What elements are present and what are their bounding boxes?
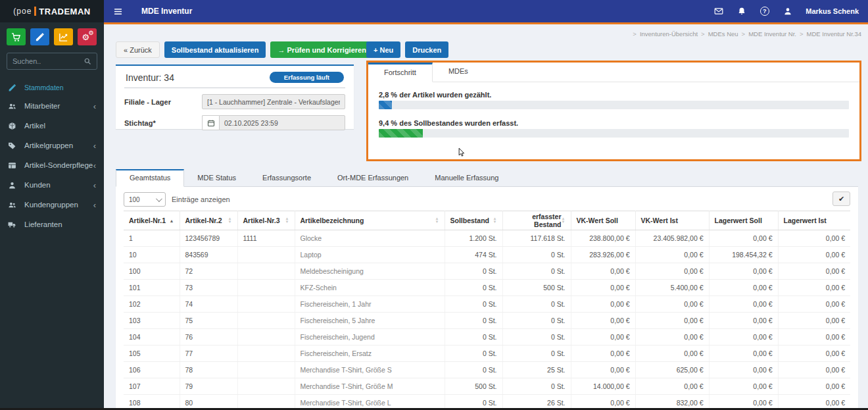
cart-button[interactable]	[7, 28, 26, 45]
column-header-label: Artikel-Nr.3	[243, 217, 280, 224]
check-correct-button[interactable]: → Prüfen und Korrigieren	[270, 41, 373, 58]
help-icon[interactable]: ?	[760, 7, 769, 16]
column-toggle-button[interactable]: ✔	[832, 192, 850, 206]
tab-fortschritt[interactable]: Fortschritt	[368, 63, 433, 82]
tab-mde-status[interactable]: MDE Status	[184, 169, 249, 186]
progress-bar-stock	[379, 129, 423, 138]
tab-ort-mde-erfassungen[interactable]: Ort-MDE Erfassungen	[324, 169, 422, 186]
user-name[interactable]: Markus Schenk	[806, 7, 859, 15]
table-cell: 1.200 St.	[445, 230, 502, 247]
table-cell: 0,00 €	[571, 329, 635, 346]
mail-icon[interactable]	[713, 7, 723, 16]
plus-icon: +	[374, 46, 377, 54]
product-icon	[8, 122, 18, 130]
tab-erfassungsorte[interactable]: Erfassungsorte	[249, 169, 324, 186]
table-row[interactable]: 11234567891111Glocke1.200 St.117.618 St.…	[124, 230, 850, 247]
table-cell: 0 St.	[445, 296, 502, 313]
back-button[interactable]: « Zurück	[116, 41, 160, 58]
tab-mdes[interactable]: MDEs	[433, 63, 484, 82]
breadcrumb-separator: >	[633, 30, 637, 38]
progress-bar-articles	[379, 101, 392, 109]
table-row[interactable]: 10274Fischereischein, 1 Jahr0 St.0 St.0,…	[124, 296, 850, 313]
logo-divider	[34, 7, 36, 16]
filiale-lager-field[interactable]	[202, 94, 345, 109]
column-header-label: Artikel-Nr.2	[185, 217, 222, 224]
table-row[interactable]: 10843569Laptop474 St.0 St.283.926,00 €0,…	[124, 247, 850, 263]
sidebar-item-mitarbeiter[interactable]: Mitarbeiter‹	[0, 96, 104, 116]
status-tabs: GeamtstatusMDE StatusErfassungsorteOrt-M…	[116, 169, 858, 187]
quick-buttons: ⚙⚙	[0, 22, 104, 51]
column-header-label: Artikelbezeichnung	[301, 217, 364, 224]
tab-geamtstatus[interactable]: Geamtstatus	[116, 169, 184, 187]
stichtag-field[interactable]	[219, 115, 345, 130]
column-header-artikel-nr-3[interactable]: Artikel-Nr.3▲▼	[237, 211, 295, 230]
table-row[interactable]: 10476Fischereischein, Jugend0 St.0 St.0,…	[124, 329, 850, 346]
page-size-select[interactable]: 100	[124, 192, 166, 207]
column-header-erfasster-bestand[interactable]: erfasster Bestand▲▼	[502, 211, 571, 230]
app-window: (poe TRADEMAN ⚙⚙ StammdatenMitarbeiter‹A…	[0, 0, 868, 410]
inventory-table: Artikel-Nr.1▲Artikel-Nr.2▲▼Artikel-Nr.3▲…	[124, 211, 850, 410]
cart-icon	[11, 32, 21, 42]
table-cell: 0,00 €	[778, 329, 850, 346]
breadcrumb-item[interactable]: Inventuren-Übersicht	[640, 30, 698, 38]
table-row[interactable]: 10678Merchandise T-Shirt, Größe S0 St.25…	[124, 362, 850, 378]
progress-panel: FortschrittMDEs 2,8 % der Artikel wurden…	[366, 61, 861, 161]
top-navbar: MDE Inventur ? Markus Schenk	[104, 0, 868, 24]
column-header-artikel-nr-2[interactable]: Artikel-Nr.2▲▼	[180, 211, 237, 230]
breadcrumb-item[interactable]: MDE Inventur Nr.34	[807, 30, 861, 38]
table-cell: 500 St.	[502, 280, 571, 296]
brand-logo[interactable]: (poe TRADEMAN	[0, 0, 104, 22]
users-icon	[8, 201, 18, 209]
table-cell	[237, 329, 295, 346]
update-stock-button[interactable]: Sollbestand aktualisieren	[164, 41, 266, 58]
breadcrumb-item[interactable]: MDE Inventur Nr.	[748, 30, 796, 38]
table-cell: 474 St.	[445, 247, 502, 263]
column-header-label: Lagerwert Ist	[784, 217, 827, 224]
table-row[interactable]: 10072Meldebescheinigung0 St.0 St.0,00 €0…	[124, 263, 850, 280]
table-cell: 0 St.	[445, 362, 502, 378]
bell-icon[interactable]	[736, 7, 746, 16]
sidebar-item-lieferanten[interactable]: Lieferanten	[0, 215, 104, 234]
column-header-artikel-nr-1[interactable]: Artikel-Nr.1▲	[124, 211, 180, 230]
sidebar-item-artikel[interactable]: Artikel	[0, 116, 104, 136]
table-row[interactable]: 10375Fischereischein, 5 Jahre0 St.0 St.0…	[124, 313, 850, 329]
column-header-sollbestand[interactable]: Sollbestand▲▼	[445, 211, 502, 230]
sidebar-item-artikelgruppen[interactable]: Artikelgruppen‹	[0, 136, 104, 155]
arrow-right-icon: →	[277, 46, 285, 54]
hamburger-menu-icon[interactable]	[104, 7, 132, 16]
column-header-label: Artikel-Nr.1	[129, 217, 166, 224]
table-row[interactable]: 10779Merchandise T-Shirt, Größe M500 St.…	[124, 378, 850, 395]
column-header-vk-wert-soll: VK-Wert Soll	[571, 211, 635, 230]
table-cell: 0 St.	[502, 313, 571, 329]
column-header-artikelbezeichnung[interactable]: Artikelbezeichnung▲▼	[295, 211, 445, 230]
tab-manuelle-erfassung[interactable]: Manuelle Erfassung	[422, 169, 512, 186]
sidebar-item-artikel-sonderpflege[interactable]: Artikel-Sonderpflege‹	[0, 155, 104, 175]
sidebar-item-kundengruppen[interactable]: Kundengruppen‹	[0, 195, 104, 215]
breadcrumb-item[interactable]: MDEs Neu	[708, 30, 738, 38]
print-button[interactable]: Drucken	[405, 41, 448, 58]
table-cell: Glocke	[295, 230, 445, 247]
table-cell: 0,00 €	[778, 230, 850, 247]
new-button[interactable]: + Neu	[366, 41, 400, 58]
table-cell	[237, 247, 295, 263]
user-icon[interactable]	[783, 7, 792, 16]
sidebar-item-kunden[interactable]: Kunden‹	[0, 175, 104, 195]
sort-icon: ▲▼	[562, 217, 566, 224]
calendar-icon[interactable]	[202, 115, 219, 130]
sidebar-item-stammdaten[interactable]: Stammdaten	[0, 79, 104, 96]
inventory-card: Inventur: 34 Erfassung läuft Filiale - L…	[116, 64, 354, 129]
table-cell: 103	[124, 313, 180, 329]
table-cell: 0,00 €	[778, 296, 850, 313]
chevron-left-icon: ‹	[93, 141, 96, 150]
table-cell: 0,00 €	[571, 362, 635, 378]
chart-button[interactable]	[54, 28, 73, 45]
pencil-button[interactable]	[30, 28, 49, 45]
search-input[interactable]	[12, 57, 84, 65]
table-cell: 0,00 €	[778, 362, 850, 378]
sidebar-search[interactable]	[7, 53, 97, 70]
cogs-button[interactable]: ⚙⚙	[78, 28, 97, 45]
table-cell: 0,00 €	[778, 280, 850, 296]
table-row[interactable]: 10577Fischereischein, Ersatz0 St.0 St.0,…	[124, 346, 850, 362]
new-label: Neu	[380, 46, 394, 54]
table-row[interactable]: 10173KFZ-Schein0 St.500 St.0,00 €5.400,0…	[124, 280, 850, 296]
